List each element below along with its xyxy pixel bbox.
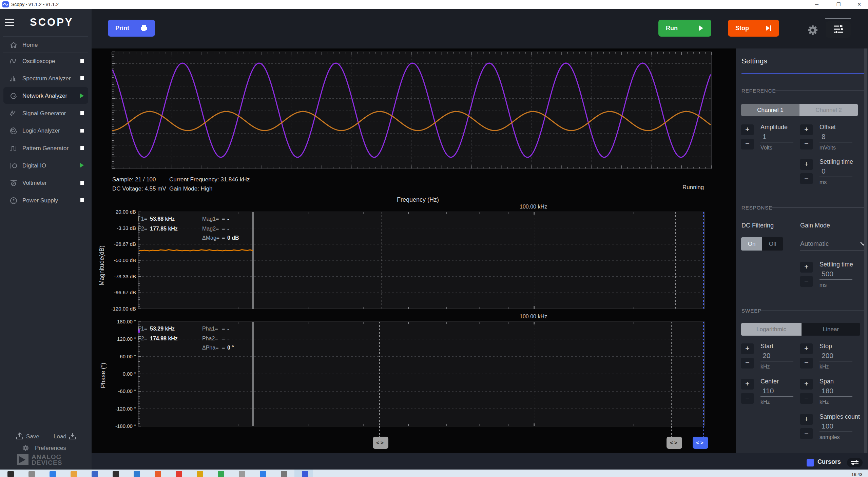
sidebar-item-voltmeter[interactable]: Voltmeter	[0, 175, 92, 192]
sidebar-item-logic-analyzer[interactable]: Logic Analyzer	[0, 122, 92, 140]
scopy-logo: SCOPY	[30, 16, 74, 28]
channel-tab-2[interactable]: Channel 2	[799, 104, 858, 116]
restore-button[interactable]: ❐	[832, 0, 845, 9]
stop-increment-button[interactable]: +	[800, 343, 813, 354]
stop-button[interactable]: Stop	[728, 20, 779, 37]
amplitude-value[interactable]: 1	[763, 133, 767, 141]
sweep-scale-logarithmic[interactable]: Logarithmic	[741, 323, 802, 336]
taskbar-app-icon[interactable]	[134, 471, 140, 477]
stop-indicator[interactable]	[80, 59, 84, 63]
taskbar-app-icon[interactable]	[71, 471, 77, 477]
cursor1-handle[interactable]: <>	[373, 437, 388, 449]
edge-cursor-handle[interactable]: <>	[693, 437, 708, 449]
preferences-gear-icon[interactable]	[22, 444, 30, 452]
resp-settling-time-value[interactable]: 500	[822, 270, 833, 278]
amplitude-increment-button[interactable]: +	[741, 124, 754, 135]
stop-indicator[interactable]	[80, 198, 84, 202]
magnitude-ytick: -26.67 dB	[111, 241, 136, 247]
resp-settling-time-increment-button[interactable]: +	[800, 262, 813, 273]
sidebar-item-home[interactable]: Home	[0, 36, 92, 54]
taskbar-app-icon[interactable]	[302, 471, 308, 477]
window-title: Scopy - v1.1.2 - v1.1.2	[11, 2, 59, 7]
taskbar-app-icon[interactable]	[260, 471, 266, 477]
stop-indicator[interactable]	[80, 146, 84, 150]
play-icon	[698, 25, 704, 31]
play-indicator[interactable]	[79, 163, 84, 168]
save-button[interactable]: Save	[26, 433, 39, 440]
spectrum-analyzer-icon	[9, 75, 18, 83]
panel-title: Settings	[741, 57, 767, 65]
dc-filtering-off[interactable]: Off	[762, 237, 783, 251]
taskbar-app-icon[interactable]	[218, 471, 224, 477]
taskbar-app-icon[interactable]	[50, 471, 56, 477]
sidebar-item-digital-io[interactable]: Digital IO	[0, 157, 92, 174]
windows-taskbar[interactable]: 16:43	[0, 470, 868, 477]
preferences-button[interactable]: Preferences	[35, 445, 66, 452]
resp-settling-time-decrement-button[interactable]: −	[800, 276, 813, 287]
sidebar-item-network-analyzer[interactable]: Network Analyzer	[0, 87, 92, 105]
taskbar-app-icon[interactable]	[28, 471, 35, 477]
play-indicator[interactable]	[79, 93, 84, 98]
ref-settling-time-value[interactable]: 0	[822, 167, 826, 175]
ref-settling-time-increment-button[interactable]: +	[800, 159, 813, 170]
offset-increment-button[interactable]: +	[800, 124, 813, 135]
panel-scrollbar[interactable]	[864, 48, 867, 453]
span-value[interactable]: 180	[822, 387, 833, 395]
stop-indicator[interactable]	[80, 76, 84, 80]
taskbar-app-icon[interactable]	[113, 471, 119, 477]
start-increment-button[interactable]: +	[741, 343, 754, 354]
sidebar-item-signal-generator[interactable]: Signal Generator	[0, 105, 92, 122]
offset-decrement-button[interactable]: −	[800, 139, 813, 150]
span-decrement-button[interactable]: −	[800, 393, 813, 404]
print-button[interactable]: Print	[108, 20, 155, 37]
sidebar-item-power-supply[interactable]: Power Supply	[0, 192, 92, 209]
samples-count-increment-button[interactable]: +	[800, 414, 813, 425]
status-running: Running	[682, 184, 704, 191]
stop-indicator[interactable]	[80, 181, 84, 185]
cursor2-handle[interactable]: <>	[667, 437, 682, 449]
sweep-scale-linear[interactable]: Linear	[802, 323, 860, 336]
samples-count-value[interactable]: 100	[822, 422, 833, 430]
hamburger-menu-icon[interactable]	[5, 18, 15, 26]
taskbar-app-icon[interactable]	[155, 471, 161, 477]
save-icon[interactable]	[16, 432, 23, 440]
taskbar-app-icon[interactable]	[281, 471, 287, 477]
run-button[interactable]: Run	[658, 20, 711, 37]
start-value[interactable]: 20	[763, 352, 770, 360]
start-decrement-button[interactable]: −	[741, 358, 754, 369]
sidebar-item-pattern-generator[interactable]: Pattern Generator	[0, 140, 92, 157]
taskbar-app-icon[interactable]	[176, 471, 182, 477]
channel-tab-1[interactable]: Channel 1	[741, 104, 799, 116]
close-button[interactable]: ✕	[852, 0, 866, 9]
cursor-settings-button[interactable]	[847, 458, 863, 467]
stop-value[interactable]: 200	[822, 352, 833, 360]
stop-indicator[interactable]	[80, 111, 84, 115]
samples-count-decrement-button[interactable]: −	[800, 428, 813, 439]
taskbar-app-icon[interactable]	[239, 471, 245, 477]
span-increment-button[interactable]: +	[800, 379, 813, 390]
taskbar-app-icon[interactable]	[92, 471, 98, 477]
sidebar-item-oscilloscope[interactable]: Oscilloscope	[0, 53, 92, 70]
offset-value[interactable]: 8	[822, 133, 826, 141]
cursors-checkbox[interactable]	[807, 459, 814, 466]
plots-canvas[interactable]	[92, 48, 736, 453]
ref-settling-time-decrement-button[interactable]: −	[800, 173, 813, 184]
minimize-button[interactable]: ─	[810, 0, 824, 9]
gear-icon[interactable]	[807, 24, 819, 36]
center-value[interactable]: 110	[763, 387, 774, 395]
taskbar-app-icon[interactable]	[7, 471, 14, 477]
load-button[interactable]: Load	[54, 433, 66, 440]
gain-mode-value[interactable]: Automatic	[800, 240, 829, 247]
settings-toggle-indicator	[825, 18, 851, 19]
amplitude-decrement-button[interactable]: −	[741, 139, 754, 150]
dc-filtering-on[interactable]: On	[741, 237, 762, 251]
stop-decrement-button[interactable]: −	[800, 358, 813, 369]
center-decrement-button[interactable]: −	[741, 393, 754, 404]
sidebar-item-spectrum-analyzer[interactable]: Spectrum Analyzer	[0, 70, 92, 87]
load-icon[interactable]	[69, 432, 76, 440]
stop-indicator[interactable]	[80, 129, 84, 133]
center-increment-button[interactable]: +	[741, 379, 754, 390]
settings-panel-toggle-button[interactable]	[826, 21, 851, 38]
frequency-axis-title: Frequency (Hz)	[397, 196, 439, 203]
taskbar-app-icon[interactable]	[197, 471, 203, 477]
